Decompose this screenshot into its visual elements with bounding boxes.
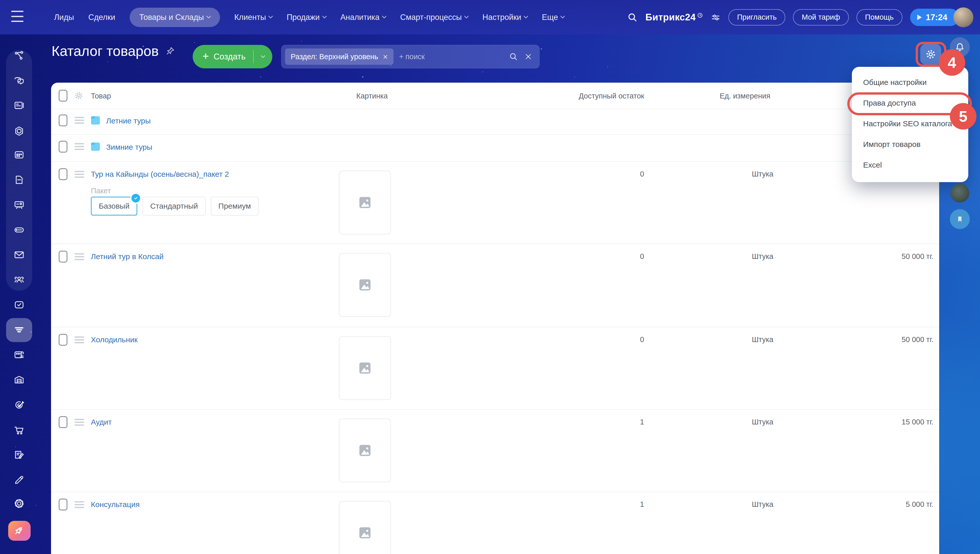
menu-hamburger-icon[interactable] [11, 11, 24, 22]
nav-item-deals[interactable]: Сделки [88, 13, 115, 22]
column-settings-gear-icon[interactable] [74, 91, 84, 100]
row-checkbox[interactable] [59, 251, 67, 263]
grid-settings-gear-button[interactable] [920, 44, 941, 65]
drive-icon[interactable] [13, 224, 25, 236]
folder-link[interactable]: Зимние туры [106, 143, 152, 151]
package-chips: Базовый Стандартный Премиум [91, 197, 258, 215]
saved-messages-bookmark-button[interactable] [950, 209, 970, 229]
product-image-placeholder[interactable] [339, 501, 391, 554]
select-all-checkbox[interactable] [59, 90, 67, 102]
drag-handle[interactable] [75, 336, 84, 343]
planner-icon[interactable] [13, 349, 25, 361]
pin-icon[interactable] [166, 46, 175, 56]
nav-item-smart-processes[interactable]: Смарт-процессы [400, 13, 468, 22]
chevron-down-icon [261, 53, 265, 58]
automation-pen-icon[interactable] [13, 474, 25, 486]
nav-item-settings[interactable]: Настройки [482, 13, 527, 22]
newsfeed-icon[interactable] [13, 100, 25, 111]
nav-item-leads[interactable]: Лиды [54, 13, 74, 22]
product-link[interactable]: Консультация [91, 500, 140, 509]
column-header-product[interactable]: Товар [91, 92, 111, 100]
nav-label: Клиенты [234, 13, 266, 22]
product-link[interactable]: Летний тур в Колсай [91, 252, 164, 261]
nav-item-products-warehouses[interactable]: Товары и Склады [130, 8, 220, 27]
product-link[interactable]: Тур на Кайынды (осень/весна)_пакет 2 [91, 170, 229, 178]
marketing-target-icon[interactable] [13, 399, 25, 411]
nav-label: Еще [542, 13, 558, 22]
product-link[interactable]: Холодильник [91, 336, 137, 344]
product-image-placeholder[interactable] [339, 253, 391, 317]
search-placeholder[interactable]: + поиск [399, 53, 503, 61]
nav-item-clients[interactable]: Клиенты [234, 13, 272, 22]
chats-icon[interactable] [13, 75, 25, 86]
nav-item-analytics[interactable]: Аналитика [341, 13, 386, 22]
filter-search-icon[interactable] [508, 52, 518, 62]
calendar-icon[interactable] [13, 149, 25, 161]
column-header-unit[interactable]: Ед. измерения [720, 92, 770, 100]
chat-contact-avatar[interactable] [950, 184, 969, 202]
unit-value: Штука [752, 500, 773, 509]
warehouse-icon[interactable] [13, 374, 25, 386]
video-meeting-icon[interactable] [13, 199, 25, 211]
copilot-icon[interactable] [13, 125, 25, 137]
drag-handle[interactable] [75, 501, 84, 508]
row-checkbox[interactable] [59, 141, 67, 153]
row-checkbox[interactable] [59, 168, 67, 180]
help-button[interactable]: Помощь [856, 9, 902, 25]
product-image-placeholder[interactable] [339, 170, 391, 234]
documents-icon[interactable] [13, 174, 25, 186]
product-image-placeholder[interactable] [339, 336, 391, 400]
create-button[interactable]: + Создать [193, 45, 272, 68]
nav-item-more[interactable]: Еще [542, 13, 564, 22]
package-chip[interactable]: Премиум [211, 197, 259, 215]
folder-link[interactable]: Летние туры [106, 116, 151, 125]
drag-handle[interactable] [75, 253, 84, 260]
row-checkbox[interactable] [59, 416, 67, 428]
tasks-icon[interactable] [13, 299, 25, 310]
row-checkbox[interactable] [59, 115, 67, 126]
settings-gear-icon[interactable] [13, 498, 25, 509]
mail-icon[interactable] [13, 249, 25, 261]
employees-icon[interactable] [13, 274, 25, 286]
invite-button[interactable]: Пригласить [728, 9, 785, 25]
drag-handle[interactable] [75, 171, 84, 178]
time-tracker[interactable]: 17:24 [910, 9, 959, 26]
filter-search-bar[interactable]: Раздел: Верхний уровень × + поиск [281, 45, 540, 68]
drag-handle[interactable] [75, 143, 84, 150]
shop-cart-icon[interactable] [13, 424, 25, 436]
product-link[interactable]: Аудит [91, 418, 112, 427]
gear-icon [925, 48, 937, 60]
menu-item-access-rights[interactable]: Права доступа [852, 92, 968, 113]
nav-item-sales[interactable]: Продажи [287, 13, 326, 22]
notifications-bell-button[interactable] [950, 37, 970, 57]
menu-item-seo-settings[interactable]: Настройки SEO каталога [852, 113, 968, 134]
column-header-image[interactable]: Картинка [356, 92, 388, 100]
my-plan-button[interactable]: Мой тариф [793, 9, 849, 25]
bitrix24-logo[interactable]: Битрикс24 [645, 12, 703, 23]
package-chip-selected[interactable]: Базовый [91, 197, 137, 215]
clear-search-icon[interactable] [524, 52, 532, 61]
quick-settings-sliders-icon[interactable] [711, 12, 721, 22]
network-icon[interactable] [13, 50, 25, 62]
package-chip[interactable]: Стандартный [142, 197, 206, 215]
menu-item-general-settings[interactable]: Общие настройки [852, 72, 968, 92]
row-checkbox[interactable] [59, 334, 67, 345]
package-label: Пакет [91, 187, 111, 195]
search-icon[interactable] [627, 12, 638, 23]
row-checkbox[interactable] [59, 499, 67, 510]
drag-handle[interactable] [75, 419, 84, 426]
menu-item-import-products[interactable]: Импорт товаров [852, 134, 968, 155]
user-avatar[interactable] [953, 7, 974, 27]
create-dropdown-toggle[interactable] [254, 56, 272, 57]
catalog-funnel-icon[interactable] [13, 324, 25, 336]
nav-label: Лиды [54, 13, 74, 22]
filter-chip-section[interactable]: Раздел: Верхний уровень × [285, 48, 394, 65]
remove-filter-icon[interactable]: × [383, 52, 388, 61]
menu-item-excel[interactable]: Excel [852, 155, 968, 175]
column-header-stock[interactable]: Доступный остаток [536, 92, 644, 100]
sign-document-icon[interactable] [13, 449, 25, 461]
drag-handle[interactable] [75, 117, 84, 124]
nav-label: Аналитика [341, 13, 379, 22]
rocket-icon[interactable] [13, 524, 25, 536]
product-image-placeholder[interactable] [339, 419, 391, 482]
